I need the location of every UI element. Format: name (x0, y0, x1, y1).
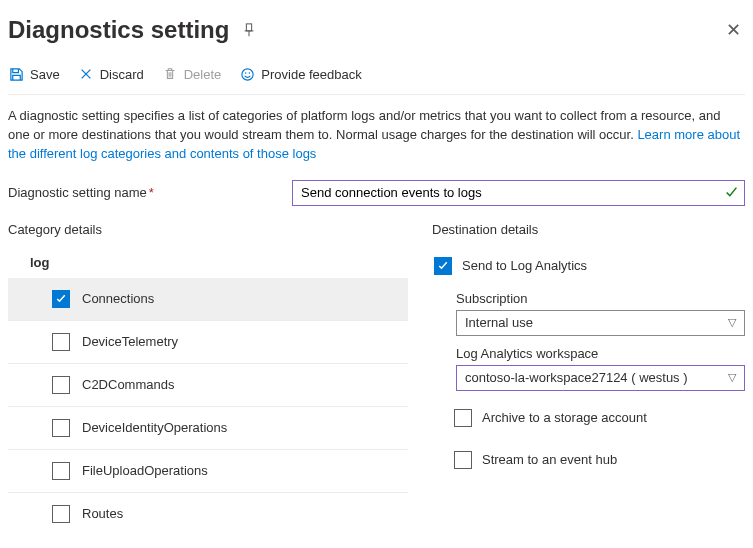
category-item[interactable]: DeviceIdentityOperations (8, 407, 408, 450)
category-section-title: Category details (8, 222, 408, 237)
svg-point-7 (248, 72, 250, 74)
workspace-label: Log Analytics workspace (456, 346, 745, 361)
category-item[interactable]: DeviceTelemetry (8, 321, 408, 364)
delete-button: Delete (162, 64, 222, 84)
description-text: A diagnostic setting specifies a list of… (8, 95, 745, 172)
save-button[interactable]: Save (8, 64, 60, 84)
destination-column: Destination details Send to Log Analytic… (408, 222, 745, 535)
category-item-label: DeviceIdentityOperations (82, 420, 227, 435)
checkbox-icon (52, 505, 70, 523)
delete-icon (162, 66, 178, 82)
checkbox-icon (52, 333, 70, 351)
log-group-label: log (8, 255, 408, 270)
checkbox-icon (52, 376, 70, 394)
send-log-analytics-checkbox[interactable]: Send to Log Analytics (434, 251, 745, 281)
category-column: Category details log ConnectionsDeviceTe… (8, 222, 408, 535)
category-item[interactable]: FileUploadOperations (8, 450, 408, 493)
save-label: Save (30, 67, 60, 82)
close-button[interactable]: ✕ (722, 17, 745, 43)
subscription-select[interactable]: Internal use ▽ (456, 310, 745, 336)
archive-storage-label: Archive to a storage account (482, 410, 647, 425)
send-log-analytics-label: Send to Log Analytics (462, 258, 587, 273)
discard-button[interactable]: Discard (78, 64, 144, 84)
category-item-label: Connections (82, 291, 154, 306)
subscription-value: Internal use (465, 315, 533, 330)
feedback-label: Provide feedback (261, 67, 361, 82)
description-body: A diagnostic setting specifies a list of… (8, 108, 720, 142)
setting-name-input[interactable] (293, 181, 725, 204)
checkbox-icon (52, 290, 70, 308)
workspace-value: contoso-la-workspace27124 ( westus ) (465, 370, 688, 385)
svg-rect-0 (247, 24, 252, 31)
chevron-down-icon: ▽ (728, 371, 736, 384)
discard-label: Discard (100, 67, 144, 82)
svg-point-6 (245, 72, 247, 74)
destination-section-title: Destination details (432, 222, 745, 237)
setting-name-input-wrap[interactable] (292, 180, 745, 206)
validation-check-icon (725, 186, 744, 199)
required-asterisk: * (149, 185, 154, 200)
category-item[interactable]: C2DCommands (8, 364, 408, 407)
feedback-icon (239, 66, 255, 82)
category-item-label: Routes (82, 506, 123, 521)
checkbox-icon (454, 409, 472, 427)
category-item[interactable]: Routes (8, 493, 408, 535)
checkbox-icon (52, 419, 70, 437)
svg-point-5 (242, 68, 253, 79)
discard-icon (78, 66, 94, 82)
feedback-button[interactable]: Provide feedback (239, 64, 361, 84)
category-item[interactable]: Connections (8, 278, 408, 321)
checkbox-icon (434, 257, 452, 275)
checkbox-icon (52, 462, 70, 480)
category-item-label: DeviceTelemetry (82, 334, 178, 349)
stream-eventhub-checkbox[interactable]: Stream to an event hub (432, 445, 745, 475)
delete-label: Delete (184, 67, 222, 82)
archive-storage-checkbox[interactable]: Archive to a storage account (432, 403, 745, 433)
category-item-label: FileUploadOperations (82, 463, 208, 478)
workspace-select[interactable]: contoso-la-workspace27124 ( westus ) ▽ (456, 365, 745, 391)
pin-icon[interactable] (241, 22, 257, 38)
category-item-label: C2DCommands (82, 377, 174, 392)
toolbar: Save Discard Delete Provide feedback (8, 56, 745, 95)
chevron-down-icon: ▽ (728, 316, 736, 329)
checkbox-icon (454, 451, 472, 469)
save-icon (8, 66, 24, 82)
subscription-label: Subscription (456, 291, 745, 306)
setting-name-label: Diagnostic setting name* (8, 185, 268, 200)
stream-eventhub-label: Stream to an event hub (482, 452, 617, 467)
page-title: Diagnostics setting (8, 16, 229, 44)
